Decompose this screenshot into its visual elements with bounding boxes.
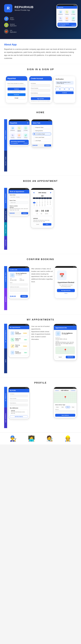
appt-info-service-name: Fix my Appliances [62, 332, 75, 334]
appt-item-4[interactable]: ❄️ Fix my Appliances Air Conditioner Don… [10, 350, 28, 356]
task-locks[interactable]: Locks Repair [33, 139, 51, 142]
appt-item-3[interactable]: 🖌️ Paint my home Painting Pending [10, 343, 28, 349]
appt-item-sub-4: Air Conditioner [15, 354, 23, 354]
illustration-4: 👷 [64, 435, 71, 442]
addr-type-work[interactable]: Work [60, 406, 65, 408]
book-screen-label: BOOK SCREEN [4, 188, 7, 208]
addr-type-office[interactable]: Office [66, 406, 70, 408]
create-account-header: Create Account [29, 76, 52, 80]
confirm-title: CONFIRM BOOKING [3, 258, 78, 260]
select-time-sidebar: SELECT TIME [4, 222, 7, 236]
select-task-label: SELECT TASK [4, 150, 7, 172]
book-screens-block: BOOK SCREEN SELECT DATE SELECT TIME LOCA… [0, 185, 81, 254]
service-washing[interactable]: 🫧Washing Machine [16, 126, 22, 132]
otp-box-2[interactable] [60, 88, 64, 90]
appt-item-name-2: Repair my Vehicle [15, 338, 23, 340]
facebook-button[interactable]: Facebook [7, 93, 25, 96]
signin-screens-block: RepairHub Enter Phone Number to continue… [0, 74, 81, 107]
android-icon: 🤖 [4, 23, 8, 27]
otp-box-3[interactable] [65, 88, 69, 90]
otp-box-4[interactable] [70, 88, 74, 90]
appt-location-label: Location [56, 340, 75, 342]
continue-button[interactable]: Continue [7, 88, 25, 90]
appt-cancel-btn[interactable]: Cancel [56, 356, 65, 358]
illustration-3: 🧑‍🎨 [46, 435, 53, 442]
otp-box-1[interactable] [56, 88, 60, 90]
time-value: 10:00 am [20, 280, 28, 281]
confirm-description: After selection of date, time & location… [31, 266, 54, 285]
done-location-btn[interactable]: Done [43, 223, 51, 226]
email-label: Email Address [31, 92, 50, 94]
add-address-button[interactable]: Add New Address [10, 416, 28, 418]
appt-item-sub-2: Plumbing [15, 340, 23, 341]
appt-info-service-img: ❄️ [56, 331, 61, 336]
ios-badge: 🍎 iOS Application [4, 29, 54, 34]
appt-item-icon-1: ❄️ [10, 331, 14, 335]
ios-label: iOS Application [10, 30, 17, 33]
verify-continue-button[interactable]: Continue [56, 91, 74, 94]
service-painting[interactable]: 🖌️Painting [23, 133, 29, 139]
confirm-service-sub: Air Conditioner [16, 274, 28, 275]
add-addr-continue-btn[interactable]: Continue [71, 390, 75, 391]
service-electric[interactable]: ⚡Electrical [16, 133, 22, 139]
signup-button[interactable]: Sign up Now [31, 97, 50, 100]
cancel-location-btn[interactable]: Cancel [33, 223, 42, 226]
phone-profile-input[interactable] [10, 399, 28, 402]
addr-type-home[interactable]: Home [55, 406, 60, 408]
select-date-sidebar: SELECT DATE [4, 208, 7, 222]
task-washing[interactable]: Washing Machine [33, 129, 51, 132]
appt-item-sub-1: Air Conditioner [15, 334, 22, 335]
google-button[interactable]: Google [7, 96, 25, 99]
service-ac[interactable]: ❄️AC Repair [23, 126, 29, 132]
phone-input[interactable] [7, 84, 25, 87]
signin-title: SIGN IN & SIGN UP [3, 68, 78, 71]
ionic-icon: ⚡ [4, 16, 8, 21]
home-link[interactable]: Home [57, 293, 75, 296]
cal-next[interactable]: ▶ [50, 192, 51, 193]
fullname-input[interactable] [31, 84, 50, 87]
task-continue-btn[interactable]: Continue [44, 144, 51, 146]
terms-text: By Signing up you agree to our terms and… [31, 101, 50, 102]
office-address-profile: 340a New Kent Business corner, New York [11, 411, 27, 414]
confirm-section-title: CONFIRM BOOKING [0, 254, 81, 263]
additional-input[interactable] [10, 288, 28, 292]
illustration-2: 👩‍💻 [28, 435, 35, 442]
cal-prev[interactable]: ◀ [33, 192, 34, 193]
service-refrigerator[interactable]: 🧊Refrigerator [10, 126, 16, 132]
appt-item-1[interactable]: ❄️ Fix my Appliances Air Conditioner Pen… [10, 330, 28, 336]
appt-item-2[interactable]: 🔧 Repair my Vehicle Plumbing Done [10, 337, 28, 342]
save-address-button[interactable]: Save Address [55, 414, 75, 417]
appt-item-name-3: Paint my home [15, 344, 22, 347]
addr-type-other[interactable]: Other [71, 406, 75, 408]
or-divider: Or Continue with [7, 91, 25, 92]
name-label: Name [10, 282, 28, 283]
add-addr-cancel-btn[interactable]: Cancel [55, 390, 59, 391]
appt-info-phone: Appointment Info ❄️ Fix my Appliances Ai… [54, 324, 77, 360]
app-header: R REPAIRHUB Service Provider App ⚡ IONIC… [0, 0, 81, 39]
phone-input-create[interactable] [31, 89, 50, 92]
profile-section-title: PROFILE [0, 378, 81, 387]
location-address: 340a New Kent Business corner, New Kent … [33, 220, 51, 222]
book-continue-btn[interactable]: Continue [21, 212, 28, 214]
fullname-profile-input[interactable] [10, 395, 28, 397]
appt-rate-btn[interactable]: Rate/Review [66, 356, 75, 358]
task-lowest[interactable]: Home Lowest Repair [33, 136, 51, 138]
task-refrigerator[interactable]: Refrigerator Repair [33, 126, 51, 129]
email-input[interactable] [31, 94, 50, 96]
footer-illustrations: 👨‍🔧 👩‍💻 🧑‍🎨 👷 [0, 432, 81, 444]
task-ac[interactable]: AC Conditioner Repair [33, 132, 51, 135]
confirm-button[interactable]: Confirm [20, 295, 28, 298]
name-input[interactable] [10, 284, 28, 286]
my-appointments-btn[interactable]: My Appointments [57, 289, 75, 292]
addr-input[interactable] [55, 410, 75, 413]
email-profile-input[interactable] [10, 404, 28, 406]
appts-section-title: MY APPOINTMENTS [0, 314, 81, 324]
app-name: REPAIRHUB [14, 5, 33, 9]
appt-info-sidebar: INFO [4, 348, 7, 373]
profile-header: My Profile [8, 389, 29, 392]
appts-list-header: My Appointments [8, 326, 29, 329]
ionic-label: IONIC Project [10, 17, 14, 20]
cal-selected-day: 13 [32, 195, 52, 197]
add-address-sidebar: ADD ADDRESS [4, 408, 7, 428]
service-plumbing[interactable]: 🔧Plumbing [10, 133, 16, 139]
